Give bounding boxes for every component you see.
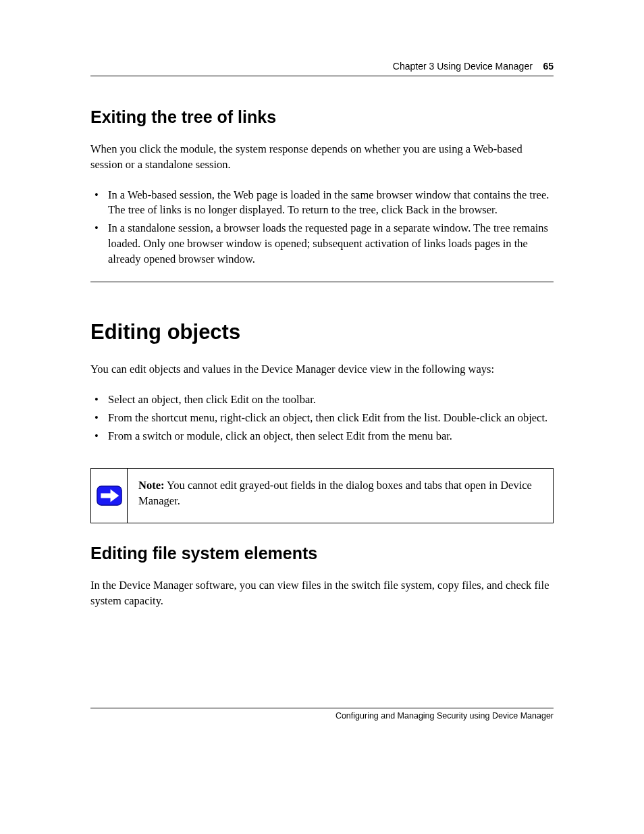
section-heading-editing-objects: Editing objects bbox=[90, 320, 554, 344]
note-text: Note: You cannot edit grayed-out fields … bbox=[128, 469, 553, 523]
section3-paragraph: In the Device Manager software, you can … bbox=[90, 578, 554, 609]
header-chapter: Chapter 3 bbox=[393, 61, 434, 72]
note-label: Note: bbox=[138, 479, 164, 492]
section2-bullet-3: From a switch or module, click an object… bbox=[90, 429, 554, 444]
running-header: Chapter 3 Using Device Manager 65 bbox=[90, 61, 554, 72]
footer-text: Configuring and Managing Security using … bbox=[90, 711, 554, 721]
section-heading-exiting: Exiting the tree of links bbox=[90, 107, 554, 127]
note-box: Note: You cannot edit grayed-out fields … bbox=[90, 468, 554, 523]
header-rule bbox=[90, 76, 554, 76]
note-icon-cell bbox=[91, 469, 128, 523]
section2-bullet-2: From the shortcut menu, right-click an o… bbox=[90, 411, 554, 426]
section1-bullets: In a Web-based session, the Web page is … bbox=[90, 188, 554, 267]
header-page-number: 65 bbox=[543, 61, 554, 72]
header-title: Using Device Manager bbox=[437, 61, 533, 72]
footer-rule bbox=[90, 708, 554, 708]
arrow-right-icon bbox=[97, 486, 122, 506]
section1-bullet-2: In a standalone session, a browser loads… bbox=[90, 221, 554, 267]
section-heading-editing-files: Editing file system elements bbox=[90, 544, 554, 563]
page-footer: Configuring and Managing Security using … bbox=[90, 687, 554, 721]
section2-bullet-1: Select an object, then click Edit on the… bbox=[90, 392, 554, 408]
note-body: You cannot edit grayed-out fields in the… bbox=[138, 479, 532, 507]
svg-rect-1 bbox=[101, 494, 111, 498]
section-divider-1 bbox=[90, 282, 554, 282]
section2-bullets: Select an object, then click Edit on the… bbox=[90, 392, 554, 444]
section1-bullet-1: In a Web-based session, the Web page is … bbox=[90, 188, 554, 219]
section2-paragraph: You can edit objects and values in the D… bbox=[90, 362, 554, 377]
section1-paragraph: When you click the module, the system re… bbox=[90, 142, 554, 173]
